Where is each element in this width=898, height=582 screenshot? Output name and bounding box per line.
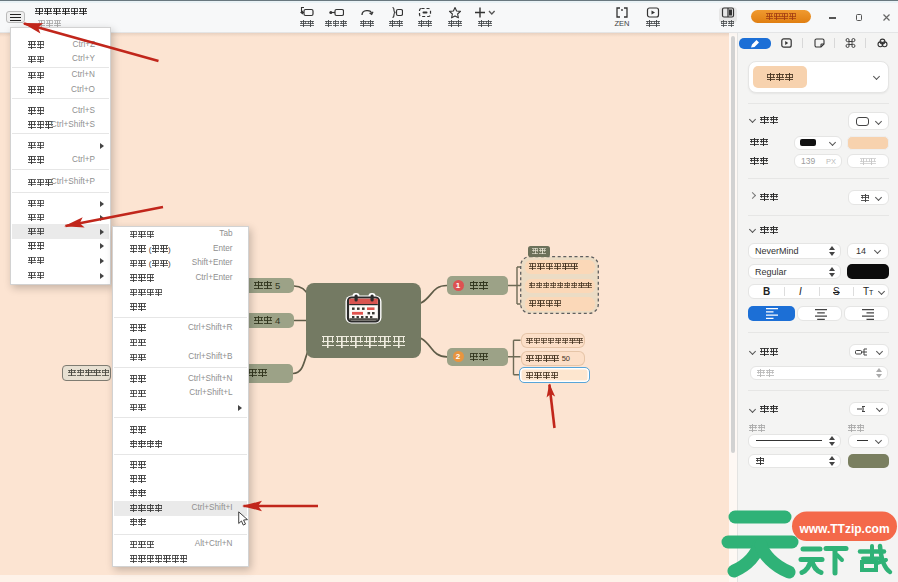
svg-text:www.TTzip.com: www.TTzip.com <box>798 522 889 536</box>
